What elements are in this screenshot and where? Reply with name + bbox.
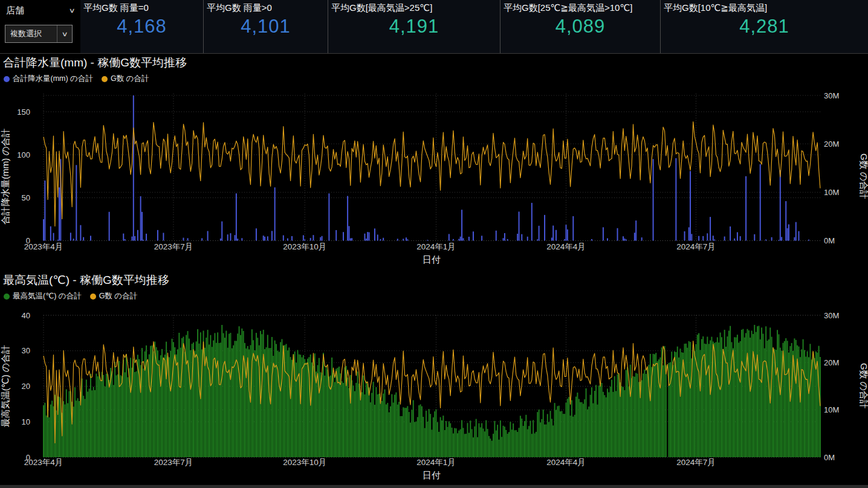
svg-text:2023年4月: 2023年4月 — [24, 458, 63, 467]
svg-text:2024年7月: 2024年7月 — [676, 242, 716, 251]
kpi-title: 平均G数 雨量=0 — [83, 2, 149, 14]
svg-text:20M: 20M — [824, 140, 839, 149]
svg-text:30M: 30M — [824, 91, 839, 100]
rain-bars[interactable] — [43, 95, 809, 241]
temperature-chart-section: 最高気温(℃) - 稼働G数平均推移 最高気温(℃) の合計 G数 の合計 01… — [0, 271, 868, 488]
kpi-value: 4,089 — [500, 16, 660, 37]
svg-text:G数 の合計: G数 の合計 — [859, 153, 868, 199]
svg-text:150: 150 — [17, 108, 30, 117]
kpi-title: 平均G数[最高気温>25℃] — [331, 2, 432, 14]
kpi-topbar: 店舗 ∨ 複数選択 ∨ 平均G数 雨量=0 4,168 平均G数 雨量>0 4,… — [0, 0, 868, 54]
svg-text:10M: 10M — [824, 405, 839, 414]
svg-text:100: 100 — [17, 150, 30, 159]
store-multiselect-dropdown[interactable]: 複数選択 ∨ — [5, 25, 73, 43]
store-multiselect-value: 複数選択 — [5, 28, 42, 39]
store-filter-panel: 店舗 ∨ 複数選択 ∨ — [0, 0, 80, 53]
kpi-card-rain-positive: 平均G数 雨量>0 4,101 — [204, 0, 328, 53]
kpi-value: 4,191 — [328, 16, 500, 37]
svg-text:10: 10 — [22, 417, 30, 426]
kpi-title: 平均G数[10℃≧最高気温] — [664, 2, 767, 14]
svg-text:0M: 0M — [824, 453, 835, 462]
gcount-line[interactable] — [44, 122, 820, 226]
svg-text:50: 50 — [22, 193, 30, 202]
store-filter-header[interactable]: 店舗 ∨ — [6, 5, 74, 16]
svg-text:G数 の合計: G数 の合計 — [859, 363, 868, 409]
svg-text:0M: 0M — [824, 236, 835, 245]
svg-text:2023年4月: 2023年4月 — [24, 242, 63, 251]
svg-text:合計降水量(mm) の合計: 合計降水量(mm) の合計 — [0, 128, 10, 225]
kpi-title: 平均G数[25℃≧最高気温>10℃] — [504, 2, 632, 14]
svg-text:2023年10月: 2023年10月 — [283, 458, 326, 467]
svg-text:30M: 30M — [824, 311, 839, 320]
kpi-title: 平均G数 雨量>0 — [207, 2, 272, 14]
svg-text:2024年1月: 2024年1月 — [416, 242, 456, 251]
svg-text:2024年1月: 2024年1月 — [416, 458, 456, 467]
kpi-card-temp-below-10: 平均G数[10℃≧最高気温] 4,281 — [661, 0, 868, 53]
precipitation-chart-section: 合計降水量(mm) - 稼働G数平均推移 合計降水量(mm) の合計 G数 の合… — [0, 53, 868, 271]
chevron-down-icon[interactable]: ∨ — [68, 7, 75, 14]
kpi-card-temp-above-25: 平均G数[最高気温>25℃] 4,191 — [328, 0, 500, 53]
svg-text:20M: 20M — [824, 358, 839, 367]
svg-text:30: 30 — [22, 346, 30, 355]
store-filter-title: 店舗 — [6, 5, 24, 16]
kpi-value: 4,168 — [80, 16, 203, 37]
kpi-card-rain-zero: 平均G数 雨量=0 4,168 — [80, 0, 204, 53]
svg-text:2023年7月: 2023年7月 — [154, 242, 193, 251]
temperature-gcount-plot[interactable]: 0102030400M10M20M30M2023年4月2023年7月2023年1… — [0, 271, 868, 488]
svg-text:20: 20 — [22, 382, 30, 391]
svg-text:日付: 日付 — [423, 470, 441, 480]
svg-text:2024年4月: 2024年4月 — [546, 242, 586, 251]
svg-text:2023年10月: 2023年10月 — [283, 242, 326, 251]
horizontal-scrollbar-track[interactable] — [0, 485, 868, 488]
svg-text:日付: 日付 — [423, 254, 441, 265]
kpi-value: 4,101 — [204, 16, 328, 37]
svg-text:2024年4月: 2024年4月 — [546, 458, 586, 467]
kpi-value: 4,281 — [661, 16, 868, 37]
precipitation-gcount-plot[interactable]: 0501001500M10M20M30M2023年4月2023年7月2023年1… — [0, 53, 868, 271]
gridlines — [44, 94, 820, 241]
svg-text:2024年7月: 2024年7月 — [676, 458, 716, 467]
kpi-card-temp-10-to-25: 平均G数[25℃≧最高気温>10℃] 4,089 — [500, 0, 661, 53]
svg-text:40: 40 — [22, 311, 30, 320]
svg-text:10M: 10M — [824, 188, 839, 197]
chevron-down-icon[interactable]: ∨ — [57, 25, 72, 42]
svg-text:2023年7月: 2023年7月 — [154, 458, 193, 467]
temperature-bars[interactable] — [43, 325, 821, 457]
svg-text:最高気温(℃) の合計: 最高気温(℃) の合計 — [0, 345, 10, 427]
